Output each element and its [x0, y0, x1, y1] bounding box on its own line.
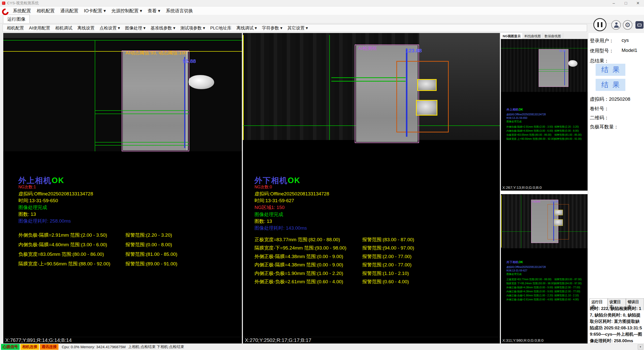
- negative-tab-count-label: 负极耳数量：: [590, 124, 619, 130]
- status-bar: 心跳信号 相机连接 通讯连接 Cpu: 0.0% Memory: 3424.41…: [0, 343, 644, 350]
- brand-logo-icon: [1, 8, 9, 16]
- ng-thumbnail-lower[interactable]: AI检测框 123.88 外下相机OK 虚拟码:Offline202502081…: [501, 194, 588, 337]
- menu-item-system-config[interactable]: 系统配置: [10, 7, 34, 15]
- model-label: 使用型号：: [590, 48, 614, 54]
- result-badge-upper: 结果: [596, 64, 625, 76]
- tool-plc-address[interactable]: PLC地址库: [208, 24, 234, 32]
- thumb-upper-pixel-status: X:267;Y:13;R:0;G:0;B:0: [501, 184, 588, 191]
- defect-box-yellow: [416, 100, 437, 116]
- toolbar: 相机配置 AI使用配置 相机调试 离线设置 点检设置 ▾ 图像处理 ▾ 基准线参…: [3, 24, 587, 32]
- thumb-measurement: 内侧正极-负极=1.90mm 范围:(1.00 - 2.20)报警范围:(1.1…: [506, 294, 587, 297]
- gear-icon: ⚙: [625, 21, 630, 29]
- defect-box-yellow: [554, 219, 563, 226]
- tool-image-process[interactable]: 图像处理 ▾: [122, 24, 148, 32]
- tool-offline-setting[interactable]: 离线设置: [75, 24, 97, 32]
- user-icon: [615, 22, 618, 25]
- tool-camera-config[interactable]: 相机配置: [4, 24, 26, 32]
- menu-item-view[interactable]: 查看 ▾: [145, 7, 163, 15]
- thumb-measurement: 内侧正极-隔膜=4.38mm 范围:(0.00 - 9.00)报警范围:(2.0…: [506, 290, 587, 293]
- title-bar: CYS-视觉检测系统 – □ ✕: [0, 0, 644, 7]
- electrode-region: [123, 51, 188, 150]
- guide-line-green-vertical: [95, 40, 95, 151]
- thumb-title: 外下相机OK: [506, 260, 523, 264]
- camera-link-status-badge: 相机连接: [20, 344, 39, 350]
- virtual-code-label: 虚拟码：20250208: [590, 96, 630, 102]
- ng-region: NG区域1: 150: [254, 204, 284, 211]
- close-button[interactable]: ✕: [632, 0, 644, 7]
- thumb-measurement: 隔膜宽度-下=95.24mm 范围:(93.00 - 98.00)报警范围:(9…: [506, 282, 587, 285]
- thumb-process-done: 图像处理完成: [506, 272, 522, 276]
- menu-item-comm-config[interactable]: 通讯配置: [57, 7, 81, 15]
- comm-link-status-badge: 通讯连接: [40, 344, 58, 350]
- view-tab-row: 运行图像: [0, 15, 644, 23]
- measure-line-green: [539, 69, 568, 69]
- tab-run-image[interactable]: 运行图像: [3, 15, 30, 23]
- thumb-measurement: 外侧正极-隔膜=4.38mm 范围:(0.00 - 9.00)报警范围:(2.0…: [506, 286, 587, 289]
- result-badge-lower: 结果: [596, 79, 625, 91]
- tool-spotcheck-setting[interactable]: 点检设置 ▾: [97, 24, 122, 32]
- tab-ng-view[interactable]: NG视图显示: [501, 33, 523, 39]
- resize-grip[interactable]: ▾: [638, 344, 643, 349]
- measure-line-blue: [184, 57, 185, 148]
- thumb-virtual-code: 虚拟码:Offline20250208133134728: [506, 113, 546, 116]
- measurement-row: 隔膜宽度-下=95.24mm 范围:(93.00 - 98.00)报警范围:(9…: [254, 245, 414, 251]
- thumb-lower-pixel-status: X:311;Y:980;R:0;G:0;B:0: [501, 337, 588, 343]
- tab-data-curve[interactable]: 数据曲线图: [543, 33, 563, 39]
- minimize-button[interactable]: –: [608, 0, 620, 7]
- guide-line-green-vertical: [329, 35, 330, 140]
- tab-material-curve[interactable]: 料找曲线图: [523, 33, 543, 39]
- tool-offline-debug[interactable]: 离线调试 ▾: [234, 24, 259, 32]
- camera-upper-title: 外上相机OK: [18, 175, 65, 186]
- measurement-row: 负极宽度=83.05mm 范围:(80.00 - 86.00)报警范围:(81.…: [18, 251, 177, 258]
- menu-item-io-config[interactable]: IO卡配置 ▾: [81, 7, 109, 15]
- user-button[interactable]: [611, 20, 621, 30]
- process-done: 图像处理完成: [18, 204, 47, 211]
- measurement-row: 外侧正极-隔膜=4.38mm 范围:(0.00 - 9.00)报警范围:(2.0…: [254, 253, 411, 260]
- guide-line-yellow-vertical: [501, 195, 502, 248]
- info-panel: 登录用户： cys 使用型号： Model1 总结果： 结果 结果 虚拟码：20…: [589, 33, 644, 343]
- ng-thumbnail-upper[interactable]: 55.88 外上相机OK 虚拟码:Offline2025020813313472…: [501, 39, 588, 184]
- menu-item-light-config[interactable]: 光源控制配置 ▾: [109, 7, 145, 15]
- monitor-button[interactable]: [635, 21, 643, 29]
- window-controls: – □ ✕: [608, 0, 644, 7]
- app-window: CYS-视觉检测系统 – □ ✕ 系统配置 相机配置 通讯配置 IO卡配置 ▾ …: [0, 0, 644, 350]
- tool-baseline-params[interactable]: 基准线参数 ▾: [148, 24, 178, 32]
- tool-camera-debug[interactable]: 相机调试: [53, 24, 75, 32]
- thumb-measurement: 外侧正极-负极=2.61mm 范围:(0.60 - 4.00)报警范围:(0.6…: [506, 298, 587, 301]
- tool-other-settings[interactable]: 其它设置 ▾: [285, 24, 310, 32]
- measure-line-green: [539, 71, 568, 72]
- camera-view-upper: AI动态阈值:93, 动态阈值:100 55.88 外上相机OK NG次数:1 …: [3, 33, 242, 343]
- pause-button[interactable]: [593, 18, 606, 31]
- tab-foil-blob: [188, 75, 214, 89]
- virtual-code-value: 20250208: [609, 96, 630, 102]
- tool-ai-config[interactable]: AI使用配置: [26, 24, 53, 32]
- virtual-code: 虚拟码:Offline20250208133134728: [18, 191, 93, 197]
- menu-item-language-switch[interactable]: 系统语言切换: [163, 7, 196, 15]
- ai-threshold-overlay: AI动态阈值:93, 动态阈值:100: [125, 50, 187, 56]
- measure-line-green: [331, 77, 406, 78]
- heartbeat-status-badge: 心跳信号: [1, 344, 20, 350]
- menu-item-camera-config[interactable]: 相机配置: [34, 7, 57, 15]
- measure-line-green: [95, 110, 189, 111]
- measure-value-overlay: 55.88: [183, 58, 196, 64]
- settings-button[interactable]: ⚙: [623, 20, 632, 30]
- ng-count: NG次数:1: [18, 185, 36, 190]
- measure-value-overlay: 123.88: [406, 48, 422, 54]
- defect-box-yellow: [417, 79, 437, 91]
- tool-test-params[interactable]: 测试项参数 ▾: [178, 24, 208, 32]
- guide-line-green: [501, 48, 588, 48]
- measurement-row: 正极宽度=83.77mm 范围:(82.00 - 88.00)报警范围:(83.…: [254, 236, 414, 243]
- measurement-row: 外侧负极-隔膜=2.91mm 范围:(2.00 - 3.50)报警范围:(2.2…: [18, 232, 172, 238]
- measure-line-green: [95, 142, 189, 143]
- measure-line-green: [331, 81, 406, 82]
- model-value: Model1: [622, 48, 637, 53]
- measurement-row: 内侧负极-隔膜=4.60mm 范围:(3.00 - 6.00)报警范围:(0.0…: [18, 241, 172, 248]
- measurement-row: 内侧正极-负极=1.90mm 范围:(1.00 - 2.20)报警范围:(1.1…: [254, 270, 409, 277]
- roll-pin-label: 卷针号：: [590, 106, 609, 112]
- window-title: CYS-视觉检测系统: [7, 1, 39, 6]
- maximize-button[interactable]: □: [620, 0, 632, 7]
- cpu-memory-status: Cpu: 0.0% Memory: 3424.41796875M: [62, 345, 125, 349]
- tool-char-params[interactable]: 字符参数 ▾: [259, 24, 285, 32]
- virtual-code: 虚拟码:Offline20250208133134728: [254, 191, 329, 197]
- monitor-icon: [637, 24, 641, 26]
